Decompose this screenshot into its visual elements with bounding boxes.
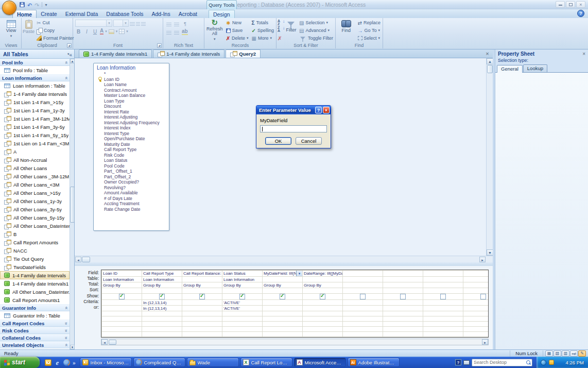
sidebar-item[interactable]: 1st Lien 1-4 Fam_3M-12M — [0, 114, 70, 123]
grid-cell[interactable] — [263, 277, 303, 282]
document-tab[interactable]: 1-4 Family date Intervals1 — [79, 49, 152, 58]
grid-cell[interactable] — [182, 277, 222, 282]
grid-cell[interactable]: Group By — [222, 282, 263, 288]
field-list-item[interactable]: Loan Type — [94, 98, 169, 104]
grid-cell[interactable]: Group By — [142, 282, 182, 288]
tab-design[interactable]: Design — [209, 10, 235, 18]
taskbar-task[interactable]: Microsoft Access - Ca... — [294, 358, 346, 367]
grid-cell[interactable] — [102, 316, 142, 322]
grid-cell[interactable] — [142, 332, 182, 337]
sidebar-item[interactable]: TwoDateFields — [0, 263, 70, 271]
grid-cell[interactable] — [463, 327, 489, 332]
sidebar-item[interactable]: All Other Loans_<3M — [0, 180, 70, 189]
cancel-button[interactable]: Cancel — [296, 137, 322, 145]
grid-cell[interactable] — [343, 332, 383, 337]
grid-cell[interactable] — [182, 327, 222, 332]
grid-cell[interactable] — [182, 322, 222, 327]
sidebar-item[interactable]: All Other Loans_DateInter... — [0, 288, 70, 296]
field-list-item[interactable]: Rate Change Date — [94, 207, 169, 212]
field-list-item[interactable]: Loan ID — [94, 77, 169, 82]
field-list-window[interactable]: Loan Information *Loan IDLoan NameContra… — [93, 63, 169, 231]
grid-cell[interactable] — [142, 327, 182, 332]
filter-button[interactable]: Filter — [285, 19, 297, 42]
grid-cell[interactable] — [463, 300, 489, 306]
grid-cell[interactable]: Loan Information — [222, 277, 263, 282]
messenger-tray-icon[interactable] — [541, 360, 546, 365]
tab-database-tools[interactable]: Database Tools — [102, 10, 147, 18]
grid-cell[interactable]: Call Report Balance: ( — [182, 271, 222, 277]
sidebar-item[interactable]: B — [0, 230, 70, 238]
field-list-item[interactable]: Open/Purchase Date — [94, 136, 169, 142]
sidebar-item[interactable]: All Other Loans_>15y — [0, 189, 70, 197]
field-list-item[interactable]: Maturity Date — [94, 142, 169, 147]
sidebar-item[interactable]: Loan Information : Table — [0, 81, 70, 90]
field-list-item[interactable]: Pool Code — [94, 163, 169, 169]
sidebar-item[interactable]: 1-4 Family date Intervals — [0, 90, 70, 98]
grid-cell[interactable]: DateRange: IIf([MyDat — [303, 271, 343, 277]
pane-splitter[interactable] — [75, 262, 493, 266]
grid-cell[interactable] — [303, 311, 343, 316]
field-list-item[interactable]: * — [94, 71, 169, 77]
increase-indent-icon[interactable] — [174, 22, 179, 26]
copy-button[interactable]: Copy — [36, 27, 75, 34]
sidebar-item[interactable]: Pool Info : Table — [0, 66, 70, 74]
grid-cell[interactable]: MyDateField: IIf(N: — [263, 271, 303, 277]
grid-cell[interactable] — [303, 327, 343, 332]
taskbar-task[interactable]: Call Report Loan File ... — [240, 358, 292, 367]
grid-cell[interactable] — [263, 332, 303, 337]
sidebar-item[interactable]: All Other Loans — [0, 164, 70, 172]
grid-cell[interactable] — [303, 332, 343, 337]
grid-cell[interactable] — [423, 294, 463, 300]
clear-sort-icon[interactable] — [278, 33, 284, 42]
grid-cell[interactable] — [343, 316, 383, 322]
grid-cell[interactable] — [423, 271, 463, 277]
grid-cell[interactable] — [142, 288, 182, 294]
paste-button[interactable]: Paste — [23, 19, 34, 42]
grid-cell[interactable] — [463, 311, 489, 316]
language-bar-icon[interactable] — [463, 360, 470, 365]
grid-cell[interactable] — [303, 294, 343, 300]
field-list-item[interactable]: Interest Rate — [94, 109, 169, 115]
show-checkbox-unchecked[interactable] — [480, 294, 486, 299]
grid-cell[interactable] — [263, 327, 303, 332]
sidebar-item[interactable]: 1st Lien 1-4 Fam_>15y — [0, 98, 70, 106]
close-button[interactable] — [576, 1, 585, 8]
field-list-item[interactable]: Interest Index — [94, 125, 169, 131]
show-checkbox-checked[interactable] — [159, 294, 165, 299]
grid-cell[interactable]: In (12,13,14) — [142, 306, 182, 311]
sidebar-item[interactable]: 1st Lien 1-4 Fam_3y-5y — [0, 123, 70, 131]
sidebar-item[interactable]: 1-4 Family date Intervals — [0, 271, 70, 279]
grid-cell[interactable] — [102, 337, 142, 338]
office-button[interactable] — [2, 1, 16, 15]
gridlines-icon[interactable] — [119, 29, 125, 34]
grid-cell[interactable] — [222, 316, 263, 322]
scroll-right-icon[interactable] — [482, 339, 488, 345]
field-list-item[interactable]: Loan Name — [94, 82, 169, 88]
sidebar-group-header[interactable]: Collateral Codes — [0, 334, 70, 341]
sidebar-item[interactable]: All Other Loans _3M-12M — [0, 172, 70, 180]
grid-cell[interactable] — [383, 332, 423, 337]
field-list-item[interactable]: Call Report Type — [94, 147, 169, 153]
parameter-input[interactable] — [260, 125, 327, 132]
grid-cell[interactable] — [383, 288, 423, 294]
font-color-icon[interactable]: A — [100, 28, 103, 35]
grid-cell[interactable] — [383, 337, 423, 338]
navigation-pane-header[interactable]: All Tables — [0, 49, 74, 59]
field-list-item[interactable]: # of Days Late — [94, 196, 169, 202]
help-button[interactable] — [577, 10, 584, 17]
selection-button[interactable]: Selection — [298, 19, 334, 26]
field-list-item[interactable]: Amount Available — [94, 190, 169, 196]
grid-cell[interactable] — [383, 311, 423, 316]
sidebar-group-header[interactable]: Loan Information — [0, 74, 70, 81]
italic-button[interactable]: I — [83, 28, 90, 35]
sidebar-item[interactable]: All Other Loans_3y-5y — [0, 205, 70, 213]
grid-cell[interactable]: Loan Information — [102, 277, 142, 282]
replace-button[interactable]: Replace — [357, 19, 382, 26]
grid-cell[interactable] — [423, 332, 463, 337]
field-list-item[interactable]: Owner Occupied? — [94, 179, 169, 185]
grid-cell[interactable]: Group By — [263, 282, 303, 288]
grid-cell[interactable] — [142, 311, 182, 316]
grid-cell[interactable] — [343, 327, 383, 332]
search-icon[interactable] — [526, 360, 531, 365]
sidebar-group-header[interactable]: Pool Info — [0, 59, 70, 66]
